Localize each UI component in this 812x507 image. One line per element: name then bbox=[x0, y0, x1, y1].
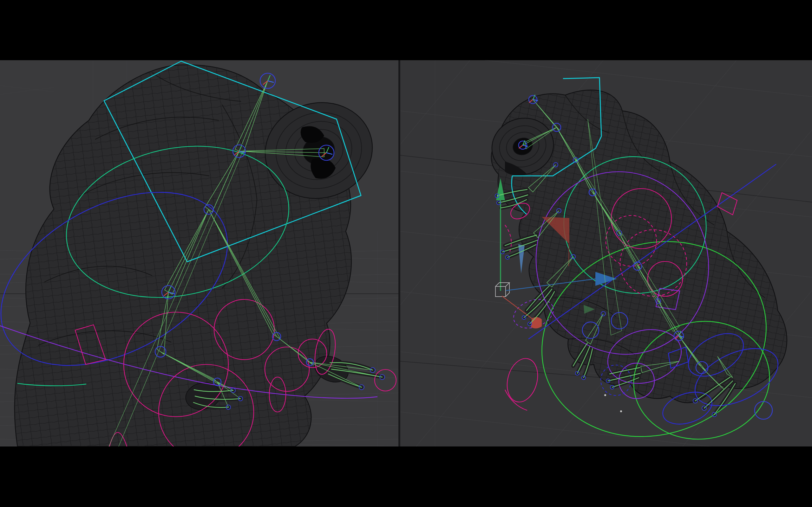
gizmo-origin-cube[interactable] bbox=[496, 283, 509, 297]
viewport-right[interactable] bbox=[400, 60, 812, 447]
tardigrade-mesh-left[interactable] bbox=[14, 65, 383, 447]
viewport-right-scene bbox=[400, 60, 812, 447]
letterbox-top bbox=[0, 0, 812, 60]
vertex-dot bbox=[604, 394, 606, 396]
viewport-left-scene bbox=[0, 60, 398, 447]
tardigrade-mesh-right[interactable] bbox=[485, 90, 787, 414]
gizmo-x-handle-icon[interactable] bbox=[531, 317, 542, 328]
vertex-dot bbox=[620, 410, 622, 412]
constraint-flag-blue-icon bbox=[518, 244, 525, 274]
viewport-left[interactable] bbox=[0, 60, 398, 447]
viewport-row bbox=[0, 60, 812, 447]
app-screenshot: { "screen": { "kind": "3d-application-sp… bbox=[0, 0, 812, 507]
letterbox-bottom bbox=[0, 447, 812, 507]
